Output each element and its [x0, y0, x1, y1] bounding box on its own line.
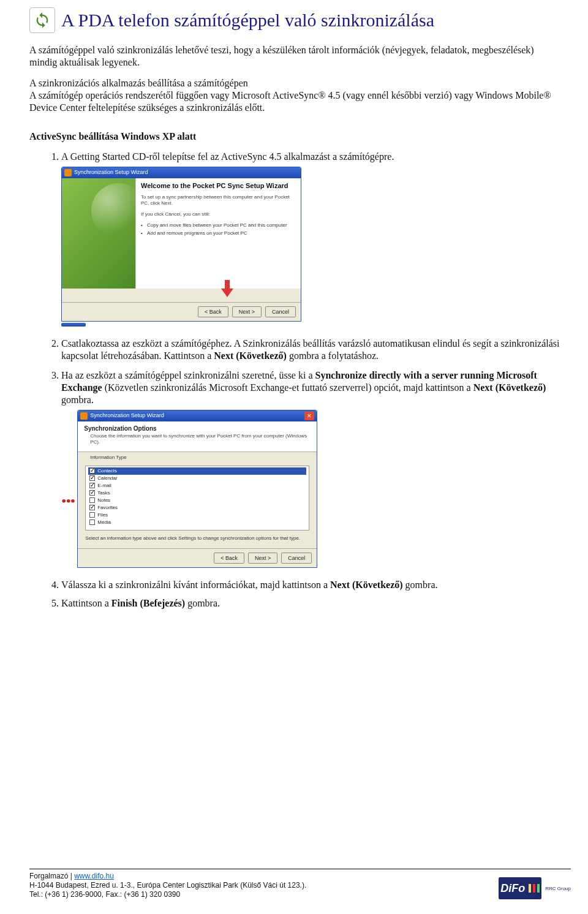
- sync-icon: [29, 7, 55, 33]
- wizard1-red-arrow-icon: [221, 289, 233, 297]
- checkbox-icon[interactable]: [89, 512, 95, 518]
- footer-link[interactable]: www.difo.hu: [74, 872, 114, 880]
- wizard2-header-subtitle: Choose the information you want to synch…: [84, 433, 311, 445]
- wizard1-title: Synchronization Setup Wizard: [74, 169, 148, 176]
- step-4-text-b: Next (Következő): [330, 580, 403, 590]
- wizard2-note: Select an information type above and cli…: [85, 535, 309, 542]
- wizard2-item[interactable]: Files: [88, 512, 306, 519]
- wizard2-item-label: Media: [97, 519, 111, 526]
- wizard2-item[interactable]: Favorites: [88, 504, 306, 512]
- step-2-text-c: gombra a folytatáshoz.: [287, 350, 379, 361]
- step-5-text-b: Finish (Befejezés): [111, 598, 185, 608]
- wizard1-next-button[interactable]: Next >: [232, 306, 262, 317]
- rrc-group-text: RRC Group: [545, 886, 571, 891]
- step-1-text: A Getting Started CD-ről telepítse fel a…: [61, 151, 394, 162]
- wizard2-item-label: Tasks: [97, 490, 110, 496]
- wizard2-item-label: E-mail: [97, 483, 111, 489]
- wizard2-title: Synchronization Setup Wizard: [90, 412, 164, 419]
- close-icon[interactable]: ✕: [304, 412, 314, 420]
- intro-paragraph: A számítógéppel való szinkronizálás lehe…: [29, 44, 562, 69]
- syncapp-heading: A szinkronizációs alkalmazás beállítása …: [29, 77, 568, 89]
- wizard2-cancel-button[interactable]: Cancel: [281, 553, 312, 564]
- wizard2-header-title: Synchronization Options: [84, 425, 311, 433]
- wizard2-item[interactable]: E-mail: [88, 482, 306, 489]
- syncapp-section: A szinkronizációs alkalmazás beállítása …: [29, 77, 568, 114]
- step-5-text-c: gombra.: [185, 598, 220, 608]
- footer-tel: Tel.: (+36 1) 236-9000, Fax.: (+36 1) 32…: [29, 890, 306, 899]
- wizard2-item[interactable]: Notes: [88, 497, 306, 504]
- step-3-text-d: Next (Következő): [473, 382, 546, 393]
- wizard2-back-button[interactable]: < Back: [214, 553, 244, 564]
- wizard2-item-label: Notes: [97, 497, 110, 504]
- wizard1-cancel-button[interactable]: Cancel: [265, 306, 296, 317]
- wizard1-bullet2: Add and remove programs on your Pocket P…: [141, 230, 296, 236]
- difo-logo-text: DiFo: [500, 882, 525, 895]
- wizard2-item-label: Favorites: [97, 505, 118, 511]
- syncapp-text: A számítógép operációs rendszerétől függ…: [29, 89, 568, 114]
- footer-label: Forgalmazó |: [29, 872, 74, 880]
- checkbox-icon[interactable]: [89, 483, 95, 488]
- step-3: Ha az eszközt a számítógéppel szinkroniz…: [61, 369, 571, 568]
- wizard1-line1: To set up a sync partnership between thi…: [141, 194, 296, 206]
- wizard2-item-label: Calendar: [97, 475, 117, 482]
- wizard1-window: Synchronization Setup Wizard Welcome to …: [61, 167, 301, 322]
- page-title: A PDA telefon számítógéppel való szinkro…: [61, 10, 434, 31]
- logo-bars-icon: [529, 884, 540, 893]
- wizard1-back-button[interactable]: < Back: [198, 306, 228, 317]
- wizard2-item[interactable]: Contacts: [88, 467, 306, 475]
- wizard1-line2: If you click Cancel, you can still:: [141, 211, 296, 217]
- red-dots-icon: •••: [61, 498, 75, 504]
- checkbox-icon[interactable]: [89, 505, 95, 510]
- footer-address: H-1044 Budapest, Ezred u. 1-3., Európa C…: [29, 881, 306, 890]
- wizard2-item-label: Contacts: [97, 468, 117, 474]
- footer-text: Forgalmazó | www.difo.hu H-1044 Budapest…: [29, 872, 306, 899]
- wizard1-left-art: [62, 178, 135, 289]
- checkbox-icon[interactable]: [89, 490, 95, 496]
- checkbox-icon[interactable]: [89, 475, 95, 481]
- step-3-text-e: gombra.: [61, 395, 94, 405]
- step-4-text-a: Válassza ki a szinkronizálni kívánt info…: [61, 580, 330, 590]
- footer-logo: DiFo RRC Group: [499, 877, 571, 899]
- step-3-text-a: Ha az eszközt a számítógéppel szinkroniz…: [61, 370, 315, 380]
- step-2-text-b: Next (Következő): [214, 350, 287, 361]
- wizard2-item-label: Files: [97, 512, 108, 518]
- step-3-text-c: (Közvetlen szinkronizálás Microsoft Exch…: [102, 382, 473, 393]
- step-4: Válassza ki a szinkronizálni kívánt info…: [61, 579, 571, 591]
- truncated-window-icon: [61, 323, 86, 327]
- wizard2-next-button[interactable]: Next >: [248, 553, 277, 564]
- step-2: Csatlakoztassa az eszközt a számítógéphe…: [61, 338, 571, 362]
- checkbox-icon[interactable]: [89, 519, 95, 525]
- checkbox-icon[interactable]: [89, 497, 95, 503]
- wizard1-bullet1: Copy and move files between your Pocket …: [141, 222, 296, 228]
- checkbox-icon[interactable]: [89, 468, 95, 474]
- step-5-text-a: Kattintson a: [61, 598, 111, 608]
- xp-heading: ActiveSync beállítása Windows XP alatt: [29, 131, 571, 142]
- step-4-text-c: gombra.: [403, 580, 438, 590]
- wizard2-window: Synchronization Setup Wizard ✕ Synchroni…: [77, 410, 317, 568]
- wizard2-item[interactable]: Tasks: [88, 489, 306, 497]
- wizard1-titlebar-icon: [64, 169, 72, 176]
- step-1: A Getting Started CD-ről telepítse fel a…: [61, 151, 571, 327]
- wizard2-titlebar-icon: [80, 412, 88, 420]
- step-5: Kattintson a Finish (Befejezés) gombra.: [61, 597, 571, 610]
- wizard1-welcome: Welcome to the Pocket PC Sync Setup Wiza…: [141, 182, 296, 191]
- wizard2-group-label: Information Type: [88, 455, 129, 460]
- wizard2-item[interactable]: Media: [88, 519, 306, 526]
- wizard2-item[interactable]: Calendar: [88, 475, 306, 482]
